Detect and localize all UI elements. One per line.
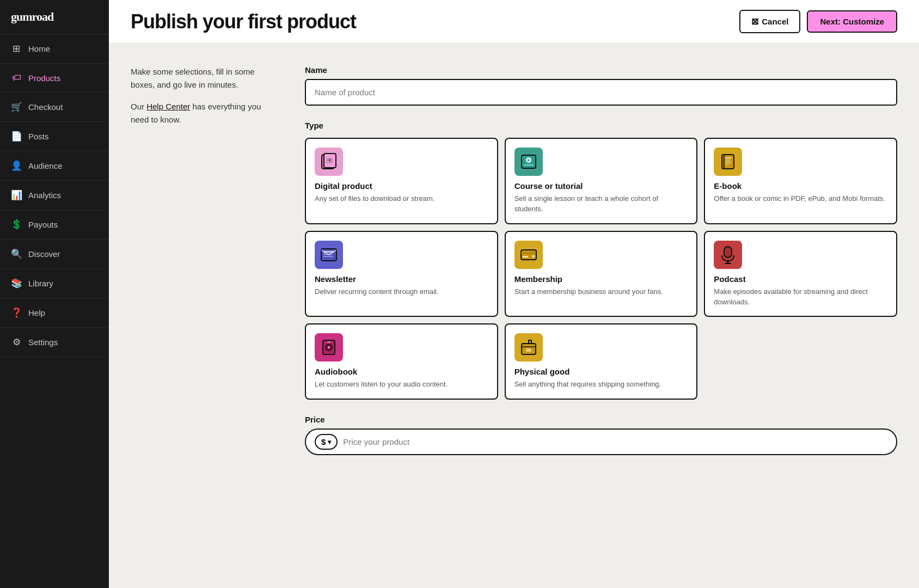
sidebar-item-help[interactable]: ❓ Help [0, 298, 109, 328]
sidebar-item-label: Discover [28, 249, 60, 259]
svg-rect-20 [724, 247, 732, 258]
type-name-digital: Digital product [315, 181, 488, 191]
svg-rect-7 [722, 155, 724, 169]
cancel-button[interactable]: ⊠ Cancel [739, 10, 800, 33]
sidebar-item-label: Settings [28, 338, 58, 347]
payouts-icon: 💲 [11, 219, 22, 230]
settings-icon: ⚙ [11, 336, 22, 348]
course-icon [514, 148, 543, 176]
type-card-membership[interactable]: Membership Start a membership business a… [505, 231, 698, 317]
help-center-link[interactable]: Help Center [146, 102, 190, 111]
svg-rect-15 [323, 256, 333, 257]
type-desc-ebook: Offer a book or comic in PDF, ePub, and … [714, 194, 887, 204]
type-card-podcast[interactable]: Podcast Make episodes available for stre… [704, 231, 897, 317]
svg-rect-28 [526, 348, 531, 352]
audiobook-icon [315, 333, 343, 362]
physical-icon [514, 333, 543, 362]
type-card-physical[interactable]: Physical good Sell anything that require… [505, 323, 698, 400]
ebook-icon [714, 148, 742, 176]
type-label: Type [305, 121, 897, 130]
type-card-course[interactable]: Course or tutorial Sell a single lesson … [505, 138, 698, 224]
type-card-audiobook[interactable]: Audiobook Let customers listen to your a… [305, 323, 498, 400]
home-icon: ⊞ [11, 43, 22, 54]
svg-rect-8 [725, 157, 732, 158]
svg-rect-18 [523, 256, 528, 258]
help-icon: ❓ [11, 307, 22, 318]
help-text: Our Help Center has everything you need … [131, 100, 272, 126]
type-desc-membership: Start a membership business around your … [514, 287, 688, 297]
sidebar-item-products[interactable]: 🏷 Products [0, 64, 109, 93]
page-content: Make some selections, fill in some boxes… [109, 44, 919, 588]
type-name-ebook: E-book [714, 181, 887, 191]
type-desc-course: Sell a single lesson or teach a whole co… [514, 194, 688, 215]
sidebar-item-label: Payouts [28, 220, 58, 229]
svg-rect-9 [725, 160, 731, 161]
sidebar-item-library[interactable]: 📚 Library [0, 269, 109, 298]
audience-icon: 👤 [11, 160, 22, 171]
currency-symbol: $ [321, 437, 326, 446]
sidebar-item-posts[interactable]: 📄 Posts [0, 122, 109, 151]
sidebar-item-settings[interactable]: ⚙ Settings [0, 328, 109, 357]
sidebar-item-payouts[interactable]: 💲 Payouts [0, 210, 109, 240]
left-panel: Make some selections, fill in some boxes… [131, 65, 272, 566]
type-desc-podcast: Make episodes available for streaming an… [714, 287, 887, 308]
svg-rect-17 [521, 252, 536, 254]
type-desc-audiobook: Let customers listen to your audio conte… [315, 379, 488, 390]
sidebar-item-checkout[interactable]: 🛒 Checkout [0, 93, 109, 122]
sidebar-item-label: Posts [28, 132, 49, 141]
type-card-ebook[interactable]: E-book Offer a book or comic in PDF, ePu… [704, 138, 897, 224]
currency-select[interactable]: $ ▾ [315, 434, 338, 450]
sidebar-item-audience[interactable]: 👤 Audience [0, 151, 109, 181]
sidebar-item-label: Library [28, 279, 53, 288]
type-desc-physical: Sell anything that requires shipping som… [514, 379, 688, 390]
chevron-down-icon: ▾ [328, 438, 331, 446]
sidebar-item-analytics[interactable]: 📊 Analytics [0, 181, 109, 210]
name-input[interactable] [305, 79, 897, 106]
sidebar-nav: ⊞ Home 🏷 Products 🛒 Checkout 📄 Posts 👤 A… [0, 34, 109, 588]
podcast-icon [714, 241, 742, 269]
sidebar-item-discover[interactable]: 🔍 Discover [0, 240, 109, 269]
type-name-audiobook: Audiobook [315, 367, 488, 376]
price-input[interactable] [343, 437, 887, 446]
sidebar-item-label: Audience [28, 161, 63, 170]
type-card-newsletter[interactable]: Newsletter Deliver recurring content thr… [305, 231, 498, 317]
next-customize-button[interactable]: Next: Customize [807, 10, 897, 33]
type-name-physical: Physical good [514, 367, 688, 376]
discover-icon: 🔍 [11, 248, 22, 260]
svg-point-25 [328, 346, 330, 348]
library-icon: 📚 [11, 278, 22, 289]
sidebar-item-label: Help [28, 308, 45, 317]
sidebar-item-label: Home [28, 44, 50, 53]
intro-text: Make some selections, fill in some boxes… [131, 65, 272, 91]
type-name-newsletter: Newsletter [315, 274, 488, 284]
sidebar-item-label: Analytics [28, 191, 61, 200]
svg-rect-10 [725, 162, 731, 163]
page-title: Publish your first product [131, 10, 356, 33]
type-name-podcast: Podcast [714, 274, 887, 284]
cancel-icon: ⊠ [751, 16, 758, 27]
logo: gumroad [0, 0, 109, 34]
type-grid: Digital product Any set of files to down… [305, 138, 897, 400]
type-card-digital[interactable]: Digital product Any set of files to down… [305, 138, 498, 224]
type-desc-digital: Any set of files to download or stream. [315, 194, 488, 204]
type-name-course: Course or tutorial [514, 181, 688, 191]
svg-rect-16 [521, 250, 536, 260]
page-header: Publish your first product ⊠ Cancel Next… [109, 0, 919, 44]
header-actions: ⊠ Cancel Next: Customize [739, 10, 897, 33]
svg-rect-11 [725, 164, 730, 165]
analytics-icon: 📊 [11, 189, 22, 201]
checkout-icon: 🛒 [11, 101, 22, 113]
sidebar-item-home[interactable]: ⊞ Home [0, 34, 109, 64]
svg-rect-22 [725, 263, 731, 264]
svg-rect-26 [327, 341, 330, 343]
membership-icon [514, 241, 543, 269]
sidebar: gumroad ⊞ Home 🏷 Products 🛒 Checkout 📄 P… [0, 0, 109, 588]
name-label: Name [305, 65, 897, 75]
digital-icon [315, 148, 343, 176]
price-label: Price [305, 415, 897, 424]
products-icon: 🏷 [11, 72, 22, 83]
newsletter-icon [315, 241, 343, 269]
main-area: Publish your first product ⊠ Cancel Next… [109, 0, 919, 588]
sidebar-item-label: Checkout [28, 102, 63, 112]
price-row: $ ▾ [305, 428, 897, 455]
